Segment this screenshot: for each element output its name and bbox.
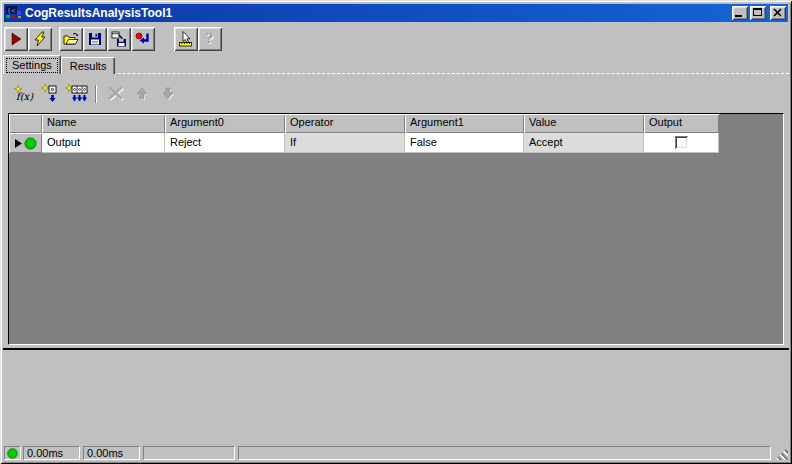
add-function-button[interactable]: f(x): [11, 82, 37, 106]
save-as-button[interactable]: [107, 27, 131, 51]
cell-argument1[interactable]: False: [405, 133, 524, 153]
cell-value[interactable]: Accept: [524, 133, 644, 153]
save-button[interactable]: [83, 27, 107, 51]
green-circle-icon: [24, 137, 37, 150]
floppy-icon: [87, 31, 103, 47]
help-icon: ? ?: [202, 31, 218, 47]
move-up-button[interactable]: [129, 82, 155, 106]
cell-name[interactable]: Output: [42, 133, 165, 153]
reset-button[interactable]: [131, 27, 155, 51]
svg-text:?: ?: [206, 31, 214, 46]
titlebar[interactable]: (< CogResultsAnalysisTool1: [4, 4, 788, 22]
column-header-argument0[interactable]: Argument0: [165, 114, 285, 133]
cell-output: [644, 133, 719, 153]
save-as-icon: [111, 31, 127, 47]
lightning-icon: [32, 31, 48, 47]
status-panel-5: [238, 446, 771, 460]
pane-divider: [3, 348, 789, 350]
status-time2-panel: 0.00ms: [83, 446, 140, 460]
status-panel-4: [143, 446, 235, 460]
tabstrip: Settings Results: [3, 55, 115, 74]
toolbar-separator: [95, 85, 97, 103]
grid-header-row: Name Argument0 Operator Argument1 Value …: [9, 114, 783, 133]
cog-results-analysis-tool-window: (< CogResultsAnalysisTool1: [0, 0, 792, 464]
column-header-rowselector: [9, 114, 42, 133]
open-button[interactable]: [59, 27, 83, 51]
down-arrow-icon: [160, 86, 176, 102]
tab-settings[interactable]: Settings: [3, 55, 61, 74]
main-toolbar: ? ?: [4, 26, 222, 52]
delete-x-icon: [107, 86, 125, 102]
minimize-icon: [735, 15, 742, 17]
add-input-icon: [40, 84, 60, 104]
close-icon: [770, 6, 786, 20]
tab-focus-rect: [6, 58, 58, 73]
open-folder-icon: [63, 31, 79, 47]
maximize-icon: [753, 8, 762, 16]
grid-toolbar: f(x): [11, 82, 181, 106]
minimize-button[interactable]: [732, 6, 748, 20]
svg-text:(<: (<: [7, 7, 15, 15]
column-header-operator[interactable]: Operator: [285, 114, 405, 133]
maximize-button[interactable]: [750, 6, 766, 20]
add-function-icon: f(x): [13, 85, 35, 103]
close-button[interactable]: [770, 6, 786, 20]
table-row: Output Reject If False Accept: [9, 133, 783, 153]
window-title: CogResultsAnalysisTool1: [25, 6, 730, 20]
green-circle-icon: [7, 448, 18, 459]
resize-grip[interactable]: [775, 447, 788, 460]
delete-button[interactable]: [103, 82, 129, 106]
row-selector[interactable]: [9, 133, 42, 153]
pointer-ruler-icon: [178, 31, 194, 47]
column-header-argument1[interactable]: Argument1: [405, 114, 524, 133]
run-icon: [8, 31, 24, 47]
pointer-tool-button[interactable]: [174, 27, 198, 51]
fx-glyph: f(x): [16, 91, 34, 102]
cell-operator[interactable]: If: [285, 133, 405, 153]
tab-results-label: Results: [70, 60, 107, 72]
output-checkbox[interactable]: [675, 136, 688, 149]
add-all-inputs-button[interactable]: [63, 82, 89, 106]
row-marker-icon: [15, 139, 22, 148]
column-header-output[interactable]: Output: [644, 114, 719, 133]
add-all-inputs-icon: [64, 84, 88, 104]
cell-argument0[interactable]: Reject: [165, 133, 285, 153]
up-arrow-icon: [134, 86, 150, 102]
column-header-name[interactable]: Name: [42, 114, 165, 133]
status-bar: 0.00ms 0.00ms: [3, 443, 789, 461]
run-button[interactable]: [4, 27, 28, 51]
cognex-tool-icon: (<: [6, 5, 22, 21]
move-down-button[interactable]: [155, 82, 181, 106]
tab-results[interactable]: Results: [61, 57, 116, 74]
status-indicator-panel: [4, 446, 21, 460]
status-time1-panel: 0.00ms: [23, 446, 80, 460]
add-input-button[interactable]: [37, 82, 63, 106]
help-button[interactable]: ? ?: [198, 27, 222, 51]
expressions-grid: Name Argument0 Operator Argument1 Value …: [8, 113, 784, 345]
column-header-value[interactable]: Value: [524, 114, 644, 133]
trigger-button[interactable]: [28, 27, 52, 51]
reset-icon: [135, 31, 151, 47]
